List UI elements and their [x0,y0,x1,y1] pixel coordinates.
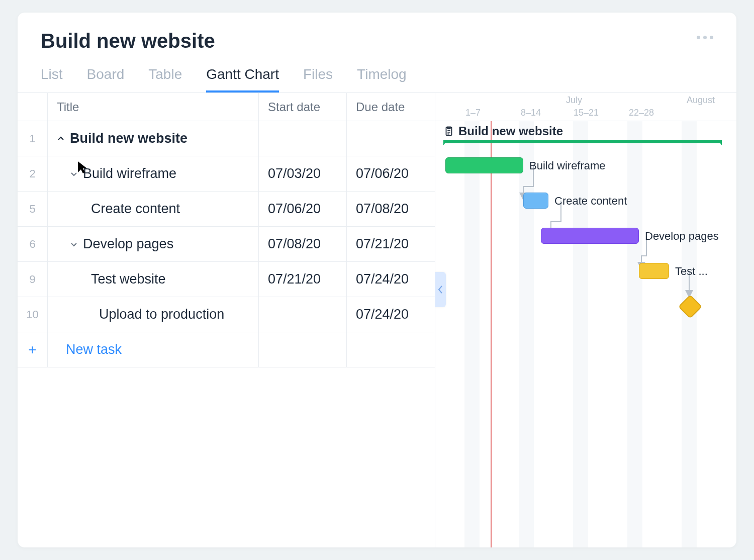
table-row[interactable]: 5Create content07/06/2007/08/20 [18,192,435,227]
task-start-date[interactable]: 07/03/20 [259,156,347,191]
dots-icon [697,36,700,39]
task-due-date[interactable]: 07/21/20 [347,227,435,261]
task-due-date[interactable] [347,121,435,156]
task-table: Title Start date Due date 1Build new web… [18,93,435,547]
row-number: 2 [18,156,48,191]
task-due-date[interactable]: 07/24/20 [347,297,435,332]
task-due-date[interactable]: 07/24/20 [347,262,435,297]
project-card: Build new website List Board Table Gantt… [18,13,736,547]
gantt-body: Title Start date Due date 1Build new web… [18,92,736,547]
gantt-group-bar[interactable] [443,140,722,143]
gantt-bar-label: Build wireframe [529,159,606,172]
row-number: 9 [18,262,48,297]
task-title: Develop pages [83,236,173,252]
gantt-chart-area[interactable]: Build new website Build wireframeCreate … [435,121,736,547]
task-due-date[interactable]: 07/08/20 [347,192,435,226]
col-header-num [18,93,48,121]
new-task-label: New task [57,342,122,357]
week-label: 1–7 [465,108,481,118]
table-row[interactable]: 10Upload to production07/24/20 [18,297,435,332]
gantt-bar-content[interactable] [523,193,548,209]
table-row[interactable]: 2Build wireframe07/03/2007/06/20 [18,156,435,192]
col-header-start[interactable]: Start date [259,93,347,121]
new-task-row[interactable]: + New task [18,332,435,367]
row-number: 1 [18,121,48,156]
gantt-bar-label: Test ... [675,265,708,278]
row-number: 5 [18,192,48,226]
task-due-date[interactable]: 07/06/20 [347,156,435,191]
col-header-title[interactable]: Title [48,93,259,121]
table-row[interactable]: 6Develop pages07/08/2007/21/20 [18,227,435,262]
chevron-left-icon [437,285,443,294]
gantt-bar-develop[interactable] [541,228,639,244]
chevron-down-icon[interactable] [70,166,78,181]
view-tabs: List Board Table Gantt Chart Files Timel… [41,66,713,92]
gantt-bar-label: Develop pages [645,230,719,243]
tab-table[interactable]: Table [148,66,182,92]
task-start-date[interactable] [259,297,347,332]
row-number: 6 [18,227,48,261]
project-title: Build new website [41,30,713,52]
task-start-date[interactable]: 07/06/20 [259,192,347,226]
chevron-up-icon[interactable] [57,131,65,146]
tab-board[interactable]: Board [87,66,125,92]
timeline-header: July August 1–7 8–14 15–21 22–28 [435,93,736,121]
gantt-bar-test[interactable] [639,263,669,279]
task-title: Create content [91,201,180,217]
gantt-group-label[interactable]: Build new website [443,124,563,138]
task-title: Test website [91,271,166,287]
tab-files[interactable]: Files [303,66,333,92]
more-menu-button[interactable] [697,36,713,39]
row-number: 10 [18,297,48,332]
tab-timelog[interactable]: Timelog [357,66,407,92]
task-title: Build new website [70,131,187,146]
task-title: Upload to production [99,307,224,322]
col-header-due[interactable]: Due date [347,93,435,121]
tab-gantt-chart[interactable]: Gantt Chart [206,66,279,92]
table-row[interactable]: 1Build new website [18,121,435,156]
task-start-date[interactable] [259,121,347,156]
clipboard-icon [443,126,454,137]
table-row[interactable]: 9Test website07/21/2007/24/20 [18,262,435,297]
month-label-august: August [687,95,715,106]
week-label: 22–28 [629,108,654,118]
plus-icon: + [28,342,36,358]
gantt-timeline[interactable]: July August 1–7 8–14 15–21 22–28 [435,93,736,547]
header: Build new website List Board Table Gantt… [18,13,736,92]
task-start-date[interactable]: 07/21/20 [259,262,347,297]
week-label: 8–14 [521,108,541,118]
chevron-down-icon[interactable] [70,236,78,252]
tab-list[interactable]: List [41,66,63,92]
collapse-panel-handle[interactable] [435,272,446,307]
gantt-bar-label: Create content [554,195,627,208]
task-title: Build wireframe [83,166,176,181]
task-start-date[interactable]: 07/08/20 [259,227,347,261]
week-label: 15–21 [574,108,599,118]
table-header-row: Title Start date Due date [18,93,435,121]
month-label-july: July [566,95,582,106]
gantt-bar-wireframe[interactable] [445,157,523,173]
